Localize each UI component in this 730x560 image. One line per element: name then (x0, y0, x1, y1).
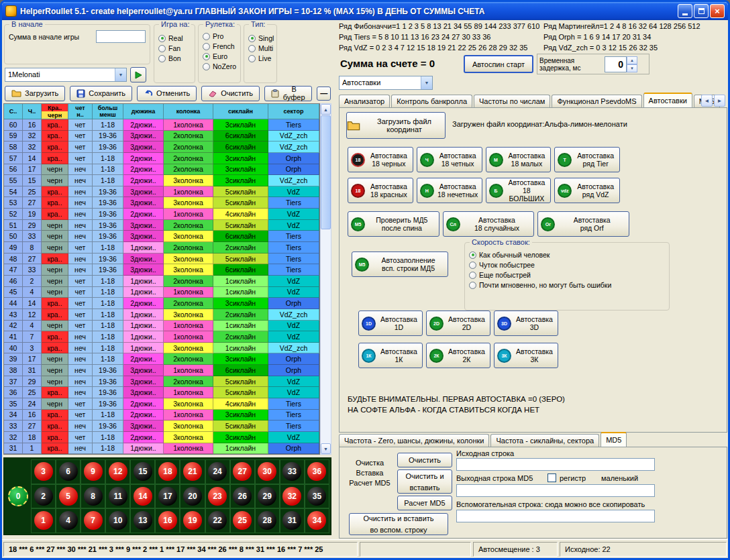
tab-Контроль банкролла[interactable]: Контроль банкролла (391, 95, 472, 107)
board-number-26[interactable]: 26 (233, 487, 252, 506)
combo-arrow-icon[interactable]: ▼ (115, 68, 126, 81)
spinner-down-icon[interactable]: ▼ (627, 64, 637, 72)
spinner-up-icon[interactable]: ▲ (627, 56, 637, 64)
autospin-start-button[interactable]: Автоспин старт (464, 55, 533, 73)
radio-option[interactable]: Euro (203, 52, 238, 60)
minimize-button[interactable] (678, 4, 692, 18)
board-number-36[interactable]: 36 (307, 462, 326, 481)
board-number-29[interactable]: 29 (258, 487, 276, 506)
md5-clear-paste-button[interactable]: Очистить ивставить (397, 469, 452, 494)
undo-button[interactable]: Отменить (137, 86, 197, 101)
output-string-input[interactable] (456, 484, 655, 497)
load-coordinates-button[interactable]: Загрузить файл координат (346, 112, 446, 139)
board-number-10[interactable]: 10 (109, 511, 127, 530)
start-play-button[interactable] (130, 67, 146, 82)
clear-button[interactable]: Очистить (201, 86, 260, 101)
autobet-button[interactable]: OrАвтоставкаряд Orf (537, 211, 629, 237)
to-buffer-button[interactable]: В буфер (264, 86, 312, 101)
board-number-23[interactable]: 23 (208, 487, 227, 506)
board-number-24[interactable]: 24 (208, 462, 227, 481)
board-number-17[interactable]: 17 (158, 487, 177, 506)
autobet-button[interactable]: НАвтоставка18 нечетных (417, 178, 482, 203)
board-number-27[interactable]: 27 (233, 462, 252, 481)
radio-option[interactable]: Singl (248, 34, 274, 42)
board-number-20[interactable]: 20 (183, 487, 202, 506)
autobet-button[interactable]: 2КАвтоставка2К (426, 343, 490, 368)
autobet-button[interactable]: М5Автозаполнениевсп. строки МД5 (352, 251, 448, 277)
autobet-button[interactable]: 3КАвтоставка3К (494, 343, 558, 368)
maximize-button[interactable] (694, 4, 709, 18)
tab-Функционал PsevdoMS[interactable]: Функционал PsevdoMS (552, 95, 641, 107)
radio-option[interactable]: Еще побыстрей (469, 271, 666, 279)
board-number-1[interactable]: 1 (34, 511, 53, 530)
board-number-32[interactable]: 32 (282, 487, 301, 506)
autobet-button[interactable]: БАвтоставка18 БОЛЬШИХ (486, 178, 552, 203)
helper-string-input[interactable] (456, 510, 655, 522)
board-number-13[interactable]: 13 (134, 511, 152, 530)
start-sum-input[interactable] (96, 30, 146, 43)
tab-Частоты по числам[interactable]: Частоты по числам (474, 95, 550, 107)
board-number-6[interactable]: 6 (59, 462, 78, 481)
board-number-21[interactable]: 21 (183, 462, 202, 481)
autobet-button[interactable]: ЧАвтоставка18 четных (417, 147, 482, 172)
load-button[interactable]: Загрузить (5, 86, 65, 101)
autobet-button[interactable]: М5Проверить МД5после спина (348, 211, 439, 237)
radio-option[interactable]: Multi (248, 44, 274, 52)
autobet-button[interactable]: 1КАвтоставка1К (358, 343, 423, 368)
autobet-button[interactable]: МАвтоставка18 малых (486, 147, 552, 172)
scroll-thumb[interactable] (321, 115, 331, 229)
table-scrollbar[interactable]: ▲ ▼ (320, 103, 331, 455)
autobet-button[interactable]: 2DАвтоставка2D (426, 311, 490, 336)
board-number-9[interactable]: 9 (84, 462, 103, 481)
board-number-5[interactable]: 5 (59, 487, 78, 506)
board-number-30[interactable]: 30 (258, 462, 276, 481)
tab-Частота - Zero, шансы, дюжины, колонки[interactable]: Частота - Zero, шансы, дюжины, колонки (339, 434, 489, 447)
tab-Анализатор[interactable]: Анализатор (339, 95, 390, 107)
board-number-15[interactable]: 15 (134, 462, 152, 481)
autobet-button[interactable]: 1DАвтоставка1D (358, 311, 423, 336)
radio-option[interactable]: Bon (158, 54, 192, 62)
board-number-14[interactable]: 14 (134, 487, 152, 506)
radio-option[interactable]: Как обычный человек (469, 251, 666, 259)
collapse-button[interactable]: — (317, 87, 331, 101)
delay-spinner[interactable]: 0 ▲ ▼ (605, 56, 637, 72)
board-number-7[interactable]: 7 (84, 511, 103, 530)
board-number-16[interactable]: 16 (158, 511, 177, 530)
source-string-input[interactable] (456, 458, 655, 471)
board-number-19[interactable]: 19 (183, 511, 202, 530)
board-number-8[interactable]: 8 (84, 487, 103, 506)
md5-clear-button[interactable]: Очистить (397, 453, 452, 467)
md5-clear-paste-helper-button[interactable]: Очистить и вставитьво вспом. строку (349, 513, 448, 535)
autobet-button[interactable]: vdzАвтоставкаряд VdZ (554, 178, 620, 203)
board-number-3[interactable]: 3 (34, 462, 53, 481)
close-button[interactable]: × (710, 4, 725, 18)
board-number-25[interactable]: 25 (233, 511, 252, 530)
save-button[interactable]: Сохранить (70, 86, 132, 101)
board-number-28[interactable]: 28 (258, 511, 276, 530)
md5-calc-button[interactable]: Расчет MD5 (397, 496, 452, 510)
board-number-31[interactable]: 31 (282, 511, 301, 530)
autobet-button[interactable]: 18Автоставка18 красных (348, 178, 413, 203)
board-number-22[interactable]: 22 (208, 511, 227, 530)
board-number-12[interactable]: 12 (109, 462, 127, 481)
board-number-11[interactable]: 11 (109, 487, 127, 506)
autobet-combo-arrow-icon[interactable]: ▼ (421, 76, 432, 89)
radio-option[interactable]: Live (248, 54, 274, 62)
tabs-scroll-right-icon[interactable]: ► (714, 95, 725, 107)
tab-MD5[interactable]: MD5 (601, 432, 627, 447)
autobet-combobox[interactable]: Автоставки ▼ (339, 76, 433, 90)
tab-Автоставки[interactable]: Автоставки (643, 93, 692, 107)
board-number-33[interactable]: 33 (282, 462, 301, 481)
autobet-button[interactable]: ТАвтоставкаряд Tier (554, 147, 620, 172)
scroll-up-icon[interactable]: ▲ (321, 104, 331, 115)
radio-option[interactable]: Почти мгновенно, но могут быть ошибки (469, 281, 666, 289)
autobet-button[interactable]: 18Автоставка18 черных (348, 147, 413, 172)
profile-combobox[interactable]: 1Melonati ▼ (5, 68, 127, 82)
radio-option[interactable]: Чуток побыстрее (469, 261, 666, 269)
tabs-scroll-left-icon[interactable]: ◄ (701, 95, 713, 107)
radio-option[interactable]: Pro (203, 32, 238, 40)
board-number-18[interactable]: 18 (158, 462, 177, 481)
board-number-0[interactable]: 0 (8, 486, 28, 506)
board-number-2[interactable]: 2 (34, 487, 53, 506)
autobet-button[interactable]: 3DАвтоставка3D (494, 311, 558, 336)
